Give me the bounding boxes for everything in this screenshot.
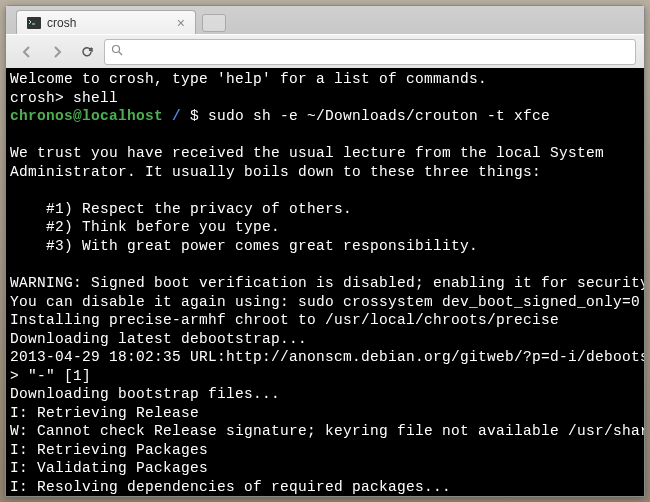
path: / — [163, 108, 190, 124]
line: I: Validating Packages — [10, 460, 208, 476]
tab-crosh[interactable]: crosh × — [16, 10, 196, 34]
line: I: Retrieving Packages — [10, 442, 208, 458]
line: Installing precise-armhf chroot to /usr/… — [10, 312, 559, 328]
dollar: $ — [190, 108, 208, 124]
user-host: chronos@localhost — [10, 108, 163, 124]
address-bar[interactable] — [104, 39, 636, 65]
line: #1) Respect the privacy of others. — [10, 201, 352, 217]
browser-window: crosh × Welcome to crosh, type 'help' fo… — [5, 5, 645, 497]
back-button[interactable] — [14, 39, 40, 65]
line: I: Retrieving Release — [10, 405, 199, 421]
forward-button[interactable] — [44, 39, 70, 65]
line: Downloading bootstrap files... — [10, 386, 280, 402]
tab-title: crosh — [47, 16, 76, 30]
line: We trust you have received the usual lec… — [10, 145, 604, 161]
reload-button[interactable] — [74, 39, 100, 65]
toolbar — [6, 34, 644, 68]
line: You can disable it again using: sudo cro… — [10, 294, 640, 310]
new-tab-button[interactable] — [202, 14, 226, 32]
line: #2) Think before you type. — [10, 219, 280, 235]
close-icon[interactable]: × — [177, 16, 185, 30]
prompt: crosh> — [10, 90, 73, 106]
svg-line-3 — [119, 52, 122, 55]
terminal-output[interactable]: Welcome to crosh, type 'help' for a list… — [6, 68, 644, 496]
url-input[interactable] — [129, 44, 629, 59]
line: I: Resolving dependencies of required pa… — [10, 479, 451, 495]
line: Downloading latest debootstrap... — [10, 331, 307, 347]
line: 2013-04-29 18:02:35 URL:http://anonscm.d… — [10, 349, 644, 365]
tab-bar: crosh × — [6, 6, 644, 34]
svg-point-2 — [113, 46, 120, 53]
line: Welcome to crosh, type 'help' for a list… — [10, 71, 487, 87]
cmd: sudo sh -e ~/Downloads/crouton -t xfce — [208, 108, 550, 124]
line: #3) With great power comes great respons… — [10, 238, 478, 254]
line: WARNING: Signed boot verification is dis… — [10, 275, 644, 291]
line: Administrator. It usually boils down to … — [10, 164, 541, 180]
line: > "-" [1] — [10, 368, 91, 384]
search-icon — [111, 44, 123, 59]
cmd: shell — [73, 90, 118, 106]
line: W: Cannot check Release signature; keyri… — [10, 423, 644, 439]
svg-rect-0 — [27, 17, 41, 29]
terminal-icon — [27, 16, 41, 30]
